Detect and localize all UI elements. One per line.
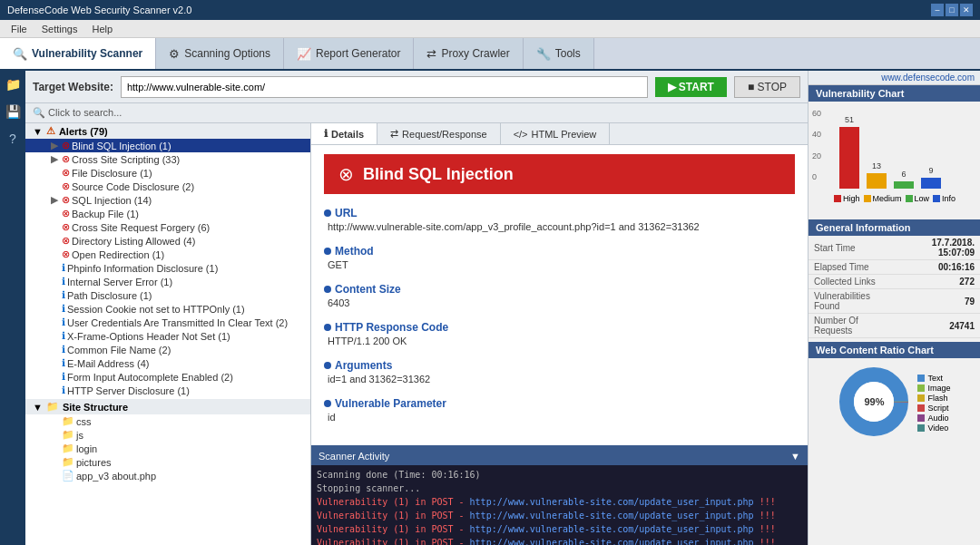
tree-item-dir-listing[interactable]: ⊗ Directory Listing Allowed (4): [25, 234, 310, 248]
tree-item-http-server[interactable]: ℹ HTTP Server Disclosure (1): [25, 384, 310, 397]
vulnerability-chart: 60 40 20 0 51 13 6 9: [808, 102, 980, 219]
search-box[interactable]: 🔍 Click to search...: [25, 103, 808, 123]
field-http-label: HTTP Response Code: [324, 321, 795, 334]
tab-tools[interactable]: 🔧 Tools: [524, 38, 594, 69]
dot-video: [917, 424, 925, 432]
sidebar-icon-save[interactable]: 💾: [3, 102, 23, 122]
tree-item-session-cookie[interactable]: ℹ Session Cookie not set to HTTPOnly (1): [25, 302, 310, 316]
tree-item-common-file[interactable]: ℹ Common File Name (2): [25, 343, 310, 356]
tree-item-user-creds[interactable]: ℹ User Credentials Are Transmitted In Cl…: [25, 316, 310, 329]
tree-item-path-disclosure[interactable]: ℹ Path Disclosure (1): [25, 288, 310, 302]
tree-item-source-code[interactable]: ⊗ Source Code Disclosure (2): [25, 180, 310, 193]
detail-tab-html[interactable]: </> HTML Preview: [501, 123, 611, 144]
sidebar-icon-folder[interactable]: 📁: [3, 74, 23, 94]
maximize-button[interactable]: □: [946, 4, 958, 16]
tree-item-about[interactable]: 📄 app_v3 about.php: [25, 469, 310, 482]
expand-icon: ▶: [51, 140, 60, 151]
scanner-collapse-icon[interactable]: ▼: [790, 451, 800, 462]
bar-info-fill: [921, 178, 941, 189]
tools-icon: 🔧: [536, 47, 551, 61]
detail-tabs: ℹ Details ⇄ Request/Response </> HTML Pr…: [311, 123, 808, 145]
tree-item-phpinfo[interactable]: ℹ Phpinfo Information Disclosure (1): [25, 261, 310, 275]
dot-audio: [917, 414, 925, 422]
alerts-header[interactable]: ▼ ⚠ Alerts (79): [25, 123, 310, 139]
tree-item-autocomplete[interactable]: ℹ Form Input Autocomplete Enabled (2): [25, 370, 310, 384]
field-method-label: Method: [324, 245, 795, 258]
file-icon: 📄: [62, 470, 74, 482]
site-structure-header[interactable]: ▼ 📁 Site Structure: [25, 399, 310, 414]
log-link-4[interactable]: http://www.vulnerable-site.com/update_us…: [470, 538, 754, 545]
tree-item-file-disclosure[interactable]: ⊗ File Disclosure (1): [25, 166, 310, 180]
info-label-links: Collected Links: [808, 275, 897, 289]
detail-tab-request[interactable]: ⇄ Request/Response: [377, 123, 501, 144]
close-button[interactable]: ✕: [960, 4, 973, 16]
tree-item-label: Internal Server Error (1): [67, 277, 172, 287]
vuln-alert-icon: ⊗: [338, 163, 354, 185]
log-line-3: Vulnerability (1) in POST - http://www.v…: [317, 495, 802, 509]
tree-item-backup[interactable]: ⊗ Backup File (1): [25, 207, 310, 220]
tree-item-login[interactable]: 📁 login: [25, 442, 310, 455]
stop-button[interactable]: ■ STOP: [734, 76, 800, 98]
tab-vulnerability-scanner[interactable]: 🔍 Vulnerability Scanner: [0, 38, 156, 69]
search-placeholder: 🔍 Click to search...: [33, 107, 122, 119]
url-value: http://www.vulnerable-site.com/app_v3_pr…: [324, 221, 795, 232]
menu-help[interactable]: Help: [84, 22, 120, 36]
tree-item-csrf[interactable]: ⊗ Cross Site Request Forgery (6): [25, 220, 310, 234]
info-row-vulns: Vulnerabilities Found 79: [808, 289, 980, 314]
url-input[interactable]: [121, 76, 648, 98]
menu-file[interactable]: File: [4, 22, 34, 36]
log-link-3[interactable]: http://www.vulnerable-site.com/update_us…: [470, 524, 754, 534]
tree-item-x-frame[interactable]: ℹ X-Frame-Options Header Not Set (1): [25, 329, 310, 343]
dot-image: [917, 384, 925, 392]
menu-settings[interactable]: Settings: [34, 22, 85, 36]
tree-item-xss[interactable]: ▶ ⊗ Cross Site Scripting (33): [25, 152, 310, 166]
label-dot: [324, 248, 331, 255]
tree-item-pictures[interactable]: 📁 pictures: [25, 455, 310, 469]
info-icon: ℹ: [62, 276, 65, 287]
tree-item-label: E-Mail Address (4): [67, 358, 149, 369]
alert-icon: ⊗: [62, 248, 70, 260]
tree-item-label: Cross Site Scripting (33): [72, 154, 180, 165]
tree-item-css[interactable]: 📁 css: [25, 414, 310, 428]
tree-item-email[interactable]: ℹ E-Mail Address (4): [25, 356, 310, 370]
http-label-text: HTTP Response Code: [335, 321, 448, 334]
info-label-elapsed: Elapsed Time: [808, 260, 897, 275]
tree-item-sql-injection[interactable]: ▶ ⊗ SQL Injection (14): [25, 193, 310, 207]
bar-high: 51: [839, 115, 859, 189]
field-url-label: URL: [324, 207, 795, 219]
log-link-2[interactable]: http://www.vulnerable-site.com/update_us…: [470, 511, 754, 521]
scanner-activity: Scanner Activity ▼ Scanning done (Time: …: [311, 445, 808, 545]
donut-percent-label: 99%: [864, 396, 884, 407]
tab-proxy-crawler[interactable]: ⇄ Proxy Crawler: [414, 38, 523, 69]
info-row-requests: Number Of Requests 24741: [808, 314, 980, 338]
tree-item-open-redirect[interactable]: ⊗ Open Redirection (1): [25, 248, 310, 261]
dot-flash: [917, 394, 925, 402]
alerts-label: Alerts (79): [59, 126, 108, 137]
sidebar-icon-help[interactable]: ?: [3, 129, 23, 149]
log-link-1[interactable]: http://www.vulnerable-site.com/update_us…: [470, 497, 754, 507]
tab-proxy-label: Proxy Crawler: [441, 47, 509, 60]
legend-dot-low: [906, 195, 913, 202]
tree-item-js[interactable]: 📁 js: [25, 428, 310, 442]
tree-item-server-error[interactable]: ℹ Internal Server Error (1): [25, 275, 310, 288]
detail-content: ⊗ Blind SQL Injection URL http://www.vul…: [311, 145, 808, 445]
detail-tab-details[interactable]: ℹ Details: [311, 123, 377, 144]
scanner-activity-label: Scanner Activity: [318, 451, 389, 462]
log-line-4: Vulnerability (1) in POST - http://www.v…: [317, 509, 802, 522]
tab-scanning-options[interactable]: ⚙ Scanning Options: [156, 38, 284, 69]
tab-report-generator[interactable]: 📈 Report Generator: [284, 38, 414, 69]
legend-high: High: [834, 194, 860, 203]
donut-legend: Text Image Flash Script: [917, 374, 950, 433]
label-dot: [324, 286, 331, 293]
folder-icon-css: 📁: [62, 415, 74, 427]
tree-item-label: Phpinfo Information Disclosure (1): [67, 263, 218, 274]
vuln-title: Blind SQL Injection: [363, 165, 514, 184]
minimize-button[interactable]: –: [931, 4, 944, 16]
dot-script: [917, 404, 925, 412]
request-tab-label: Request/Response: [402, 129, 487, 140]
start-button[interactable]: ▶ START: [655, 77, 727, 97]
alerts-expand-icon: ▼: [33, 126, 43, 137]
field-vuln-param: Vulnerable Parameter id: [324, 397, 795, 423]
legend-medium: Medium: [864, 194, 902, 203]
tree-item-blind-sql[interactable]: ▶ ⊗ Blind SQL Injection (1): [25, 139, 310, 152]
